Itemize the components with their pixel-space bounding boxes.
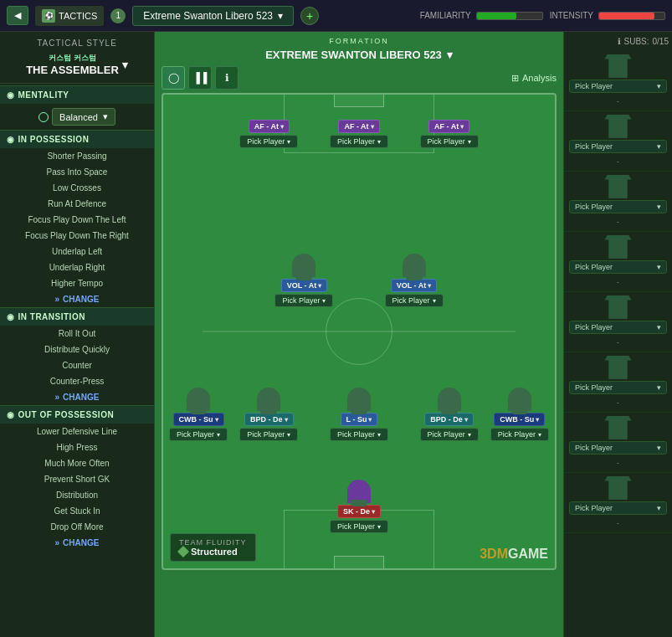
sidebar-item: Low Crosses <box>0 180 154 196</box>
sub-pick-btn[interactable]: Pick Player ▾ <box>569 441 667 455</box>
stats-view-btn[interactable]: ▐▐ <box>188 66 212 90</box>
pick-player-vol1[interactable]: Pick Player ▾ <box>274 294 333 307</box>
pick-player-vol2[interactable]: Pick Player ▾ <box>385 294 444 307</box>
pitch-field: AF - At ▾ Pick Player ▾ AF - At ▾ Pick P… <box>162 93 557 570</box>
pick-player-af2[interactable]: Pick Player ▾ <box>330 135 388 148</box>
tactical-style-header: TACTICAL STYLE <box>0 32 154 51</box>
mentality-select[interactable]: Balanced ▾ <box>52 108 115 126</box>
pick-player-cwb1[interactable]: Pick Player ▾ <box>169 428 228 441</box>
pick-player-bpd2[interactable]: Pick Player ▾ <box>420 428 479 441</box>
pick-player-cwb2[interactable]: Pick Player ▾ <box>490 428 549 441</box>
tab-number: 1 <box>110 8 126 23</box>
role-cwb2[interactable]: CWB - Su ▾ <box>494 413 545 426</box>
sub-pick-btn[interactable]: Pick Player ▾ <box>569 200 667 213</box>
role-af3-text: AF - At <box>434 122 459 131</box>
sidebar-item: Distribution <box>0 487 154 503</box>
in-transition-header: ◉ IN TRANSITION <box>0 307 154 326</box>
fluidity-value: Structured <box>179 547 247 557</box>
role-vol2-text: VOL - At <box>397 281 427 290</box>
role-bpd2[interactable]: BPD - De ▾ <box>424 413 474 426</box>
sidebar-item: Focus Play Down The Left <box>0 212 154 228</box>
formation-select[interactable]: Extreme Swanton Libero 523 ▾ <box>132 6 294 26</box>
sidebar-item: Counter-Press <box>0 373 154 389</box>
add-tab-button[interactable]: + <box>300 7 319 25</box>
assembler-title: 커스텀 커스텀 THE ASSEMBLER ▾ <box>0 51 154 81</box>
in-transition-change[interactable]: » CHANGE <box>0 389 154 405</box>
sub-pick-btn[interactable]: Pick Player ▾ <box>569 321 667 334</box>
sidebar-item: Distribute Quickly <box>0 342 154 357</box>
assembler-label: THE ASSEMBLER <box>26 64 119 76</box>
sub-shirt <box>605 235 632 259</box>
player-cwb1: CWB - Su ▾ Pick Player ▾ <box>169 388 228 441</box>
sidebar-item: Drop Off More <box>0 519 154 535</box>
role-af2[interactable]: AF - At ▾ <box>338 120 379 133</box>
sub-slot: Pick Player ▾ - <box>564 473 672 533</box>
tactics-tab[interactable]: ⚽ TACTICS <box>35 6 104 26</box>
pick-player-bpd1[interactable]: Pick Player ▾ <box>239 428 298 441</box>
in-possession-change[interactable]: » CHANGE <box>0 291 154 307</box>
mentality-chevron: ▾ <box>103 111 108 122</box>
double-chevron-icon: » <box>55 295 60 304</box>
sub-slot: Pick Player ▾ - <box>564 172 672 232</box>
sub-shirt <box>605 356 632 379</box>
role-af1[interactable]: AF - At ▾ <box>249 120 290 133</box>
role-sk1-text: SK - De <box>343 507 370 516</box>
shirt-l1 <box>347 388 371 411</box>
mentality-header: ◉ MENTALITY <box>0 85 154 104</box>
role-bpd1[interactable]: BPD - De ▾ <box>244 413 294 426</box>
role-sk1[interactable]: SK - De ▾ <box>337 505 381 518</box>
pick-player-sk1[interactable]: Pick Player ▾ <box>330 520 388 533</box>
sidebar-item: Lower Defensive Line <box>0 424 154 439</box>
familiarity-label: FAMILIARITY <box>420 11 471 20</box>
role-af1-text: AF - At <box>254 122 279 131</box>
formation-select-text: Extreme Swanton Libero 523 <box>143 10 273 22</box>
back-button[interactable]: ◀ <box>7 6 28 25</box>
sub-pick-btn[interactable]: Pick Player ▾ <box>569 80 667 93</box>
sidebar-item: Pass Into Space <box>0 164 154 180</box>
role-cwb1[interactable]: CWB - Su ▾ <box>173 413 224 426</box>
player-bpd2: BPD - De ▾ Pick Player ▾ <box>420 388 479 441</box>
circle-icon: ◉ <box>7 90 15 100</box>
sub-dash: - <box>617 336 619 348</box>
center-right: FORMATION EXTREME SWANTON LIBERO 523 ▾ ◯… <box>155 32 672 637</box>
role-af3[interactable]: AF - At ▾ <box>428 120 469 133</box>
assembler-chevron: ▾ <box>122 59 128 71</box>
role-vol1[interactable]: VOL - At ▾ <box>281 279 328 292</box>
info-icon: ℹ <box>618 37 621 46</box>
mentality-circle-icon <box>38 112 49 122</box>
sub-pick-btn[interactable]: Pick Player ▾ <box>569 501 667 515</box>
role-vol2[interactable]: VOL - At ▾ <box>391 279 438 292</box>
sidebar-item: Run At Defence <box>0 196 154 212</box>
shirt-bpd2 <box>438 388 461 411</box>
analysis-btn[interactable]: ⊞ Analysis <box>511 73 557 84</box>
intensity-label: INTENSITY <box>550 11 593 20</box>
sub-pick-btn[interactable]: Pick Player ▾ <box>569 140 667 153</box>
fluidity-box: TEAM FLUIDITY Structured <box>170 533 256 562</box>
sidebar-item: Roll It Out <box>0 326 154 342</box>
out-of-possession-change[interactable]: » CHANGE <box>0 535 154 551</box>
player-sk1: SK - De ▾ Pick Player ▾ <box>330 480 388 533</box>
chevron-down-icon: ▾ <box>278 10 283 22</box>
role-bpd2-text: BPD - De <box>430 415 463 424</box>
info-view-btn[interactable]: ℹ <box>215 66 239 90</box>
sub-shirt <box>605 295 632 319</box>
sub-dash: - <box>617 95 619 107</box>
sub-slot: Pick Player ▾ - <box>564 51 672 111</box>
sub-dash: - <box>617 275 619 288</box>
center-circle <box>326 298 392 365</box>
pick-player-af1[interactable]: Pick Player ▾ <box>239 135 298 148</box>
shirt-vol1 <box>292 254 315 277</box>
sub-pick-btn[interactable]: Pick Player ▾ <box>569 381 667 394</box>
player-view-btn[interactable]: ◯ <box>162 66 185 90</box>
sub-pick-btn[interactable]: Pick Player ▾ <box>569 260 667 274</box>
player-vol1: VOL - At ▾ Pick Player ▾ <box>274 254 333 307</box>
pick-player-l1[interactable]: Pick Player ▾ <box>330 428 388 441</box>
familiarity-fill <box>477 13 516 19</box>
role-l1[interactable]: L - Su ▾ <box>341 413 378 426</box>
out-of-possession-header: ◉ OUT OF POSSESSION <box>0 405 154 424</box>
diamond-icon <box>177 546 189 557</box>
player-bpd1: BPD - De ▾ Pick Player ▾ <box>239 388 298 441</box>
role-vol1-text: VOL - At <box>287 281 317 290</box>
pick-player-af3[interactable]: Pick Player ▾ <box>420 135 479 148</box>
familiarity-section: FAMILIARITY <box>420 11 543 20</box>
